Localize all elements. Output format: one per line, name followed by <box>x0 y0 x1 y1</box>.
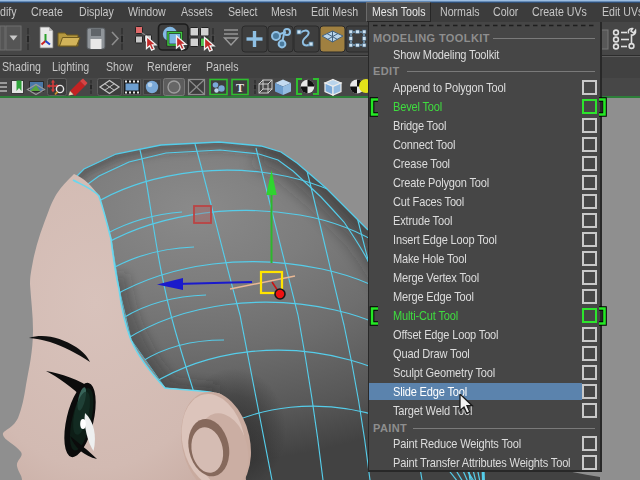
svg-text:T: T <box>236 81 244 95</box>
